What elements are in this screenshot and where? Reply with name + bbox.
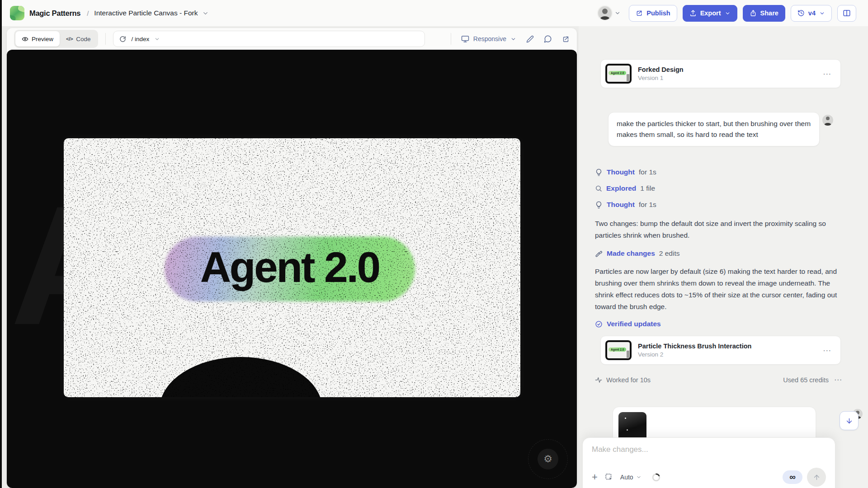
send-button[interactable] [807, 468, 826, 487]
headline-text: Agent 2.0 [200, 243, 379, 292]
mode-label: Auto [620, 474, 633, 481]
chevron-down-icon[interactable] [202, 10, 209, 17]
chevron-down-icon [819, 10, 825, 16]
preview-toolbar: Preview </> Code / index Responsive [7, 28, 577, 50]
code-icon: </> [66, 36, 73, 42]
status-row-thought-2: Thought for 1s [595, 201, 656, 209]
window-edge [0, 0, 2, 488]
particle-art-card: Agent 2.0 [64, 138, 520, 397]
version-card-subtitle: Version 1 [638, 75, 684, 81]
arrow-up-icon [813, 474, 821, 481]
thought-link[interactable]: Thought [607, 201, 635, 209]
project-title[interactable]: Interactive Particle Canvas - Fork [94, 9, 198, 17]
status-row-explored: Explored 1 file [595, 184, 655, 192]
code-tab-label: Code [76, 36, 90, 42]
divider [105, 33, 106, 45]
attach-plus-icon[interactable]: + [592, 472, 598, 482]
explored-link[interactable]: Explored [606, 184, 636, 192]
preview-pane: Preview </> Code / index Responsive [7, 28, 577, 488]
chevron-down-icon [725, 10, 731, 16]
breadcrumb-separator: / [87, 9, 89, 17]
eye-icon [22, 36, 28, 42]
more-menu-icon[interactable]: ⋯ [823, 69, 832, 79]
header-actions: Publish Export Share v4 [597, 5, 856, 22]
route-bar[interactable]: / index [113, 31, 425, 47]
verified-updates-link[interactable]: Verified updates [607, 320, 661, 328]
search-icon [595, 185, 602, 192]
comment-bubble-icon[interactable] [544, 35, 552, 43]
chevron-down-icon [510, 36, 516, 42]
thumb-label: Agent 2.0 [609, 347, 626, 352]
mode-selector[interactable]: Auto [620, 474, 642, 481]
composer-toolbar: + Auto ∞ [592, 468, 826, 487]
toggle-panel-button[interactable] [837, 5, 856, 22]
avatar [822, 115, 833, 126]
version-card-2[interactable]: Agent 2.0 Particle Thickness Brush Inter… [600, 336, 841, 365]
status-row-made-changes: Made changes 2 edits [595, 249, 679, 258]
made-changes-link[interactable]: Made changes [607, 249, 655, 258]
arrow-down-icon [845, 417, 853, 425]
chevron-down-icon [154, 36, 160, 42]
route-label: / index [131, 36, 149, 42]
responsive-label: Responsive [473, 35, 506, 42]
design-canvas[interactable]: Agent Agent 2.0 ⚙ [7, 50, 577, 488]
select-element-icon[interactable] [605, 473, 613, 481]
chat-footer: Worked for 10s Used 65 credits ⋯ [595, 375, 843, 385]
tab-code[interactable]: </> Code [60, 31, 97, 47]
user-menu[interactable] [597, 5, 621, 21]
reload-icon [119, 36, 126, 42]
assistant-paragraph-1: Two changes: bump the default dot size a… [595, 218, 832, 241]
open-external-icon[interactable] [562, 35, 570, 43]
tab-preview[interactable]: Preview [15, 31, 60, 47]
user-message-bubble: make the particles thicker to start, but… [608, 112, 820, 146]
open-in-new-icon [636, 9, 643, 17]
edit-pencil-icon[interactable] [526, 35, 534, 43]
avatar[interactable] [597, 5, 613, 21]
lightbulb-icon [595, 169, 603, 176]
columns-icon [843, 9, 851, 17]
activity-icon [595, 376, 602, 384]
chevron-down-icon [614, 10, 621, 16]
toolbar-right: Responsive [451, 33, 570, 45]
status-detail: 1 file [640, 184, 655, 192]
preview-tab-label: Preview [32, 36, 53, 42]
chat-input[interactable] [592, 445, 826, 454]
more-menu-icon[interactable]: ⋯ [834, 375, 843, 385]
version-card-1[interactable]: Agent 2.0 Forked Design Version 1 ⋯ [600, 59, 841, 88]
brand-group[interactable]: Magic Patterns [10, 6, 80, 20]
upload-icon [689, 9, 697, 17]
brand-name: Magic Patterns [29, 9, 80, 18]
gear-icon: ⚙ [543, 453, 552, 465]
black-hill-shape [160, 357, 322, 397]
publish-label: Publish [646, 9, 670, 17]
loading-spinner-icon [651, 473, 661, 482]
version-card-subtitle: Version 2 [638, 351, 751, 358]
publish-button[interactable]: Publish [629, 5, 677, 22]
canvas-settings-button[interactable]: ⚙ [538, 449, 558, 469]
version-card-title: Forked Design [638, 66, 684, 73]
thought-link[interactable]: Thought [607, 168, 635, 176]
version-history-button[interactable]: v4 [791, 5, 832, 22]
edits-count: 2 edits [659, 249, 680, 258]
status-detail: for 1s [639, 201, 656, 209]
scroll-to-bottom-button[interactable] [840, 411, 859, 430]
design-thumbnail: Agent 2.0 [605, 340, 632, 360]
share-button[interactable]: Share [743, 5, 785, 22]
history-icon [797, 9, 805, 17]
export-button[interactable]: Export [683, 5, 737, 22]
worked-duration: Worked for 10s [606, 376, 651, 384]
hammer-icon [595, 250, 603, 258]
divider [451, 33, 451, 45]
responsive-selector[interactable]: Responsive [461, 35, 516, 43]
assistant-paragraph-2: Particles are now larger by default (siz… [595, 266, 844, 313]
share-label: Share [760, 9, 778, 17]
app-header: Magic Patterns / Interactive Particle Ca… [0, 0, 868, 26]
status-detail: for 1s [639, 168, 656, 176]
infinity-icon: ∞ [789, 472, 796, 482]
view-mode-switch: Preview </> Code [14, 30, 98, 48]
monitor-icon [461, 35, 469, 43]
infinity-mode-button[interactable]: ∞ [783, 470, 802, 484]
composer: + Auto ∞ [582, 437, 835, 488]
more-menu-icon[interactable]: ⋯ [823, 345, 832, 356]
status-row-thought-1: Thought for 1s [595, 168, 656, 176]
